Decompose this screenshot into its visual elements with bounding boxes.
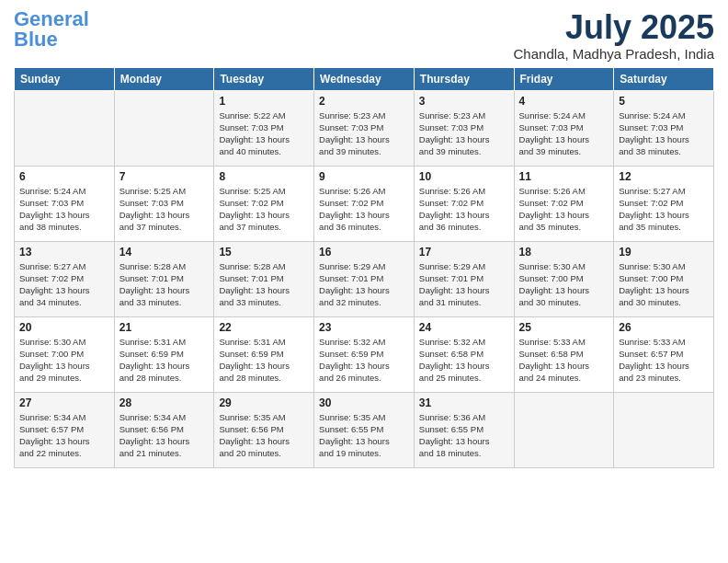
calendar-cell: 30Sunrise: 5:35 AM Sunset: 6:55 PM Dayli… xyxy=(314,392,415,467)
calendar-cell: 8Sunrise: 5:25 AM Sunset: 7:02 PM Daylig… xyxy=(214,166,314,241)
day-number: 8 xyxy=(219,170,309,183)
calendar-table: SundayMondayTuesdayWednesdayThursdayFrid… xyxy=(14,67,714,468)
cell-content: Sunrise: 5:30 AM Sunset: 7:00 PM Dayligh… xyxy=(519,260,609,309)
calendar-cell: 10Sunrise: 5:26 AM Sunset: 7:02 PM Dayli… xyxy=(414,166,514,241)
calendar-cell: 31Sunrise: 5:36 AM Sunset: 6:55 PM Dayli… xyxy=(414,392,514,467)
day-number: 16 xyxy=(319,246,409,259)
calendar-week-row: 6Sunrise: 5:24 AM Sunset: 7:03 PM Daylig… xyxy=(15,166,714,241)
day-header: Monday xyxy=(114,67,214,90)
calendar-cell: 12Sunrise: 5:27 AM Sunset: 7:02 PM Dayli… xyxy=(614,166,714,241)
cell-content: Sunrise: 5:35 AM Sunset: 6:56 PM Dayligh… xyxy=(219,411,309,460)
day-number: 25 xyxy=(519,321,609,334)
day-number: 4 xyxy=(519,95,609,108)
day-number: 23 xyxy=(319,321,409,334)
cell-content: Sunrise: 5:25 AM Sunset: 7:03 PM Dayligh… xyxy=(119,185,210,234)
cell-content: Sunrise: 5:30 AM Sunset: 7:00 PM Dayligh… xyxy=(19,336,109,385)
calendar-cell: 16Sunrise: 5:29 AM Sunset: 7:01 PM Dayli… xyxy=(314,241,415,316)
calendar-cell: 24Sunrise: 5:32 AM Sunset: 6:58 PM Dayli… xyxy=(414,316,514,392)
calendar-cell: 18Sunrise: 5:30 AM Sunset: 7:00 PM Dayli… xyxy=(514,241,614,316)
day-number: 31 xyxy=(419,396,509,409)
day-number: 10 xyxy=(419,170,509,183)
calendar-cell xyxy=(114,90,214,166)
day-header: Wednesday xyxy=(314,67,415,90)
calendar-cell: 20Sunrise: 5:30 AM Sunset: 7:00 PM Dayli… xyxy=(15,316,115,392)
calendar-cell: 9Sunrise: 5:26 AM Sunset: 7:02 PM Daylig… xyxy=(314,166,415,241)
calendar-cell: 26Sunrise: 5:33 AM Sunset: 6:57 PM Dayli… xyxy=(614,316,714,392)
day-number: 7 xyxy=(119,170,210,183)
calendar-cell: 13Sunrise: 5:27 AM Sunset: 7:02 PM Dayli… xyxy=(15,241,115,316)
calendar-cell: 1Sunrise: 5:22 AM Sunset: 7:03 PM Daylig… xyxy=(214,90,314,166)
day-number: 14 xyxy=(119,246,210,259)
day-number: 19 xyxy=(619,246,709,259)
day-number: 2 xyxy=(319,95,409,108)
day-header: Sunday xyxy=(15,67,115,90)
calendar-cell xyxy=(514,392,614,467)
day-number: 24 xyxy=(419,321,509,334)
day-number: 3 xyxy=(419,95,509,108)
calendar-page: General Blue July 2025 Chandla, Madhya P… xyxy=(0,0,728,563)
calendar-cell: 19Sunrise: 5:30 AM Sunset: 7:00 PM Dayli… xyxy=(614,241,714,316)
calendar-cell: 29Sunrise: 5:35 AM Sunset: 6:56 PM Dayli… xyxy=(214,392,314,467)
day-number: 9 xyxy=(319,170,409,183)
calendar-cell: 21Sunrise: 5:31 AM Sunset: 6:59 PM Dayli… xyxy=(114,316,214,392)
cell-content: Sunrise: 5:31 AM Sunset: 6:59 PM Dayligh… xyxy=(219,336,309,385)
day-number: 18 xyxy=(519,246,609,259)
cell-content: Sunrise: 5:28 AM Sunset: 7:01 PM Dayligh… xyxy=(219,260,309,309)
day-number: 29 xyxy=(219,396,309,409)
cell-content: Sunrise: 5:32 AM Sunset: 6:59 PM Dayligh… xyxy=(319,336,409,385)
cell-content: Sunrise: 5:25 AM Sunset: 7:02 PM Dayligh… xyxy=(219,185,309,234)
cell-content: Sunrise: 5:33 AM Sunset: 6:58 PM Dayligh… xyxy=(519,336,609,385)
calendar-header-row: SundayMondayTuesdayWednesdayThursdayFrid… xyxy=(15,67,714,90)
cell-content: Sunrise: 5:27 AM Sunset: 7:02 PM Dayligh… xyxy=(619,185,709,234)
calendar-cell: 4Sunrise: 5:24 AM Sunset: 7:03 PM Daylig… xyxy=(514,90,614,166)
cell-content: Sunrise: 5:26 AM Sunset: 7:02 PM Dayligh… xyxy=(319,185,409,234)
cell-content: Sunrise: 5:36 AM Sunset: 6:55 PM Dayligh… xyxy=(419,411,509,460)
calendar-cell: 5Sunrise: 5:24 AM Sunset: 7:03 PM Daylig… xyxy=(614,90,714,166)
calendar-week-row: 1Sunrise: 5:22 AM Sunset: 7:03 PM Daylig… xyxy=(15,90,714,166)
location: Chandla, Madhya Pradesh, India xyxy=(514,46,714,62)
cell-content: Sunrise: 5:26 AM Sunset: 7:02 PM Dayligh… xyxy=(519,185,609,234)
cell-content: Sunrise: 5:33 AM Sunset: 6:57 PM Dayligh… xyxy=(619,336,709,385)
calendar-cell: 23Sunrise: 5:32 AM Sunset: 6:59 PM Dayli… xyxy=(314,316,415,392)
logo: General Blue xyxy=(14,9,89,50)
header: General Blue July 2025 Chandla, Madhya P… xyxy=(14,9,714,62)
cell-content: Sunrise: 5:23 AM Sunset: 7:03 PM Dayligh… xyxy=(419,109,509,158)
cell-content: Sunrise: 5:24 AM Sunset: 7:03 PM Dayligh… xyxy=(619,109,709,158)
day-number: 11 xyxy=(519,170,609,183)
cell-content: Sunrise: 5:29 AM Sunset: 7:01 PM Dayligh… xyxy=(319,260,409,309)
cell-content: Sunrise: 5:34 AM Sunset: 6:57 PM Dayligh… xyxy=(19,411,109,460)
cell-content: Sunrise: 5:26 AM Sunset: 7:02 PM Dayligh… xyxy=(419,185,509,234)
day-number: 12 xyxy=(619,170,709,183)
calendar-body: 1Sunrise: 5:22 AM Sunset: 7:03 PM Daylig… xyxy=(15,90,714,467)
month-year: July 2025 xyxy=(514,9,714,46)
day-number: 27 xyxy=(19,396,109,409)
calendar-cell: 17Sunrise: 5:29 AM Sunset: 7:01 PM Dayli… xyxy=(414,241,514,316)
calendar-cell xyxy=(614,392,714,467)
cell-content: Sunrise: 5:27 AM Sunset: 7:02 PM Dayligh… xyxy=(19,260,109,309)
day-number: 22 xyxy=(219,321,309,334)
day-number: 28 xyxy=(119,396,210,409)
cell-content: Sunrise: 5:29 AM Sunset: 7:01 PM Dayligh… xyxy=(419,260,509,309)
cell-content: Sunrise: 5:28 AM Sunset: 7:01 PM Dayligh… xyxy=(119,260,210,309)
calendar-cell: 6Sunrise: 5:24 AM Sunset: 7:03 PM Daylig… xyxy=(15,166,115,241)
logo-blue: Blue xyxy=(14,28,58,51)
day-header: Tuesday xyxy=(214,67,314,90)
day-number: 21 xyxy=(119,321,210,334)
calendar-cell: 28Sunrise: 5:34 AM Sunset: 6:56 PM Dayli… xyxy=(114,392,214,467)
calendar-cell: 14Sunrise: 5:28 AM Sunset: 7:01 PM Dayli… xyxy=(114,241,214,316)
cell-content: Sunrise: 5:24 AM Sunset: 7:03 PM Dayligh… xyxy=(519,109,609,158)
day-header: Saturday xyxy=(614,67,714,90)
day-header: Friday xyxy=(514,67,614,90)
day-number: 17 xyxy=(419,246,509,259)
day-number: 15 xyxy=(219,246,309,259)
calendar-week-row: 27Sunrise: 5:34 AM Sunset: 6:57 PM Dayli… xyxy=(15,392,714,467)
day-number: 13 xyxy=(19,246,109,259)
calendar-cell: 3Sunrise: 5:23 AM Sunset: 7:03 PM Daylig… xyxy=(414,90,514,166)
day-number: 20 xyxy=(19,321,109,334)
calendar-cell: 22Sunrise: 5:31 AM Sunset: 6:59 PM Dayli… xyxy=(214,316,314,392)
cell-content: Sunrise: 5:30 AM Sunset: 7:00 PM Dayligh… xyxy=(619,260,709,309)
cell-content: Sunrise: 5:24 AM Sunset: 7:03 PM Dayligh… xyxy=(19,185,109,234)
calendar-cell: 25Sunrise: 5:33 AM Sunset: 6:58 PM Dayli… xyxy=(514,316,614,392)
calendar-cell: 7Sunrise: 5:25 AM Sunset: 7:03 PM Daylig… xyxy=(114,166,214,241)
day-number: 5 xyxy=(619,95,709,108)
